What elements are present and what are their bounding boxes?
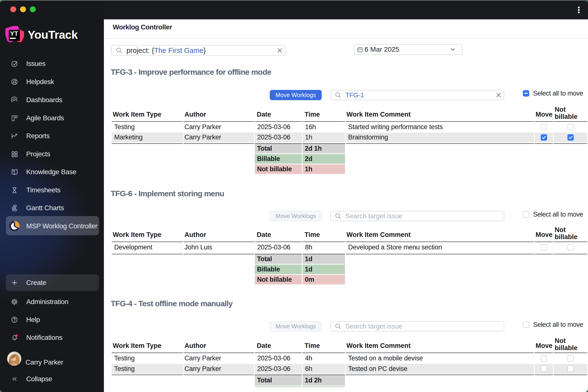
svg-text:YT: YT [10,30,18,37]
